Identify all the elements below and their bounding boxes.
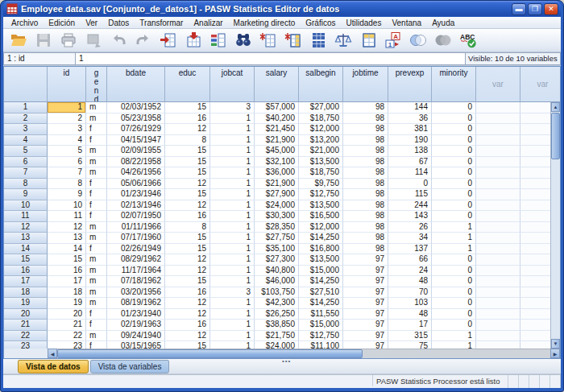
data-cell[interactable]: 07/17/1960 [107, 233, 165, 244]
data-cell[interactable]: 0 [432, 287, 476, 299]
data-cell[interactable]: m [86, 102, 107, 113]
data-cell[interactable]: 14 [48, 244, 86, 255]
row-header[interactable]: 21 [4, 320, 48, 331]
data-cell[interactable]: $21,000 [299, 146, 343, 157]
data-cell[interactable]: 16 [48, 266, 86, 277]
data-cell[interactable]: 15 [165, 341, 210, 349]
data-cell[interactable]: $40,200 [255, 113, 299, 125]
column-header-minority[interactable]: minority [432, 67, 476, 102]
row-header[interactable]: 1 [4, 102, 48, 113]
row-header[interactable]: 6 [4, 157, 48, 168]
data-cell[interactable]: 1 [210, 146, 255, 157]
menu-item-ventana[interactable]: Ventana [387, 18, 426, 28]
data-cell[interactable]: 1 [210, 200, 255, 212]
data-cell[interactable]: m [86, 254, 107, 266]
data-cell[interactable]: $57,000 [255, 102, 299, 113]
redo-button[interactable] [132, 30, 154, 51]
data-cell[interactable]: $18,750 [299, 167, 343, 179]
data-cell[interactable]: 97 [343, 320, 388, 331]
vertical-scroll-thumb[interactable] [551, 113, 560, 159]
data-cell[interactable]: f [86, 244, 107, 255]
column-header-salbegin[interactable]: salbegin [299, 67, 343, 102]
data-cell[interactable]: 97 [343, 276, 388, 287]
data-cell[interactable]: f [86, 211, 107, 222]
data-cell[interactable]: 26 [388, 222, 432, 233]
row-header[interactable]: 23 [4, 341, 48, 349]
data-cell[interactable]: $14,250 [299, 298, 343, 309]
data-cell[interactable]: 36 [388, 113, 432, 125]
data-cell[interactable]: 0 [432, 266, 476, 277]
empty-cell[interactable] [476, 200, 520, 212]
data-cell[interactable]: 1 [432, 331, 476, 342]
row-header[interactable]: 16 [4, 266, 48, 277]
data-cell[interactable]: 15 [165, 102, 210, 113]
empty-cell[interactable] [476, 135, 520, 146]
data-cell[interactable]: $15,000 [299, 320, 343, 331]
data-cell[interactable]: 03/15/1965 [107, 341, 165, 349]
data-cell[interactable]: $28,350 [255, 222, 299, 233]
row-header[interactable]: 7 [4, 167, 48, 179]
data-cell[interactable]: 7 [48, 167, 86, 179]
data-cell[interactable]: 07/26/1929 [107, 124, 165, 135]
data-cell[interactable]: 0 [432, 276, 476, 287]
data-cell[interactable]: f [86, 189, 107, 200]
data-cell[interactable]: 1 [210, 320, 255, 331]
data-cell[interactable]: 1 [210, 254, 255, 266]
data-cell[interactable]: 0 [432, 179, 476, 190]
column-header-jobtime[interactable]: jobtime [343, 67, 388, 102]
data-cell[interactable]: 15 [165, 244, 210, 255]
data-cell[interactable]: m [86, 233, 107, 244]
data-cell[interactable]: $18,750 [299, 113, 343, 125]
scroll-down-icon[interactable]: ▼ [551, 339, 560, 349]
data-cell[interactable]: 02/07/1950 [107, 211, 165, 222]
data-cell[interactable]: $11,100 [299, 341, 343, 349]
menu-item-analizar[interactable]: Analizar [189, 18, 227, 28]
empty-cell[interactable] [476, 266, 520, 277]
data-cell[interactable]: 97 [343, 309, 388, 320]
data-cell[interactable]: 1 [210, 157, 255, 168]
data-cell[interactable]: 2 [48, 113, 86, 125]
data-cell[interactable]: 138 [388, 146, 432, 157]
data-cell[interactable]: 02/09/1955 [107, 146, 165, 157]
data-cell[interactable]: 0 [432, 167, 476, 179]
data-cell[interactable]: m [86, 287, 107, 299]
recall-dialogs-button[interactable] [82, 30, 104, 51]
data-cell[interactable]: 98 [343, 102, 388, 113]
data-cell[interactable]: 11 [48, 211, 86, 222]
maximize-button[interactable]: ❐ [528, 3, 542, 15]
data-cell[interactable]: 12 [165, 266, 210, 277]
data-cell[interactable]: 12 [165, 179, 210, 190]
data-cell[interactable]: 04/26/1956 [107, 167, 165, 179]
data-cell[interactable]: 1 [210, 135, 255, 146]
menu-item-transformar[interactable]: Transformar [135, 18, 188, 28]
corner-header-cell[interactable] [4, 67, 48, 102]
data-cell[interactable]: 3 [210, 102, 255, 113]
select-cases-button[interactable] [357, 30, 379, 51]
data-cell[interactable]: 315 [388, 331, 432, 342]
data-cell[interactable]: $13,500 [299, 200, 343, 212]
data-cell[interactable]: 97 [343, 331, 388, 342]
data-cell[interactable]: 19 [48, 298, 86, 309]
undo-button[interactable] [107, 30, 129, 51]
print-button[interactable] [57, 30, 79, 51]
data-cell[interactable]: $35,100 [255, 244, 299, 255]
data-cell[interactable]: 15 [48, 254, 86, 266]
data-cell[interactable]: 114 [388, 167, 432, 179]
data-cell[interactable]: 97 [343, 287, 388, 299]
data-cell[interactable]: 97 [343, 254, 388, 266]
show-all-variables-button[interactable] [432, 30, 454, 51]
data-cell[interactable]: $36,000 [255, 167, 299, 179]
data-cell[interactable]: 17 [48, 276, 86, 287]
data-cell[interactable]: 1 [432, 233, 476, 244]
row-header[interactable]: 10 [4, 200, 48, 212]
data-cell[interactable]: 98 [343, 222, 388, 233]
close-button[interactable]: ✕ [544, 3, 558, 15]
empty-cell[interactable] [476, 331, 520, 342]
data-cell[interactable]: $12,000 [299, 124, 343, 135]
column-header-var-2[interactable]: var [520, 67, 561, 102]
row-header[interactable]: 12 [4, 222, 48, 233]
data-cell[interactable]: 66 [388, 254, 432, 266]
data-cell[interactable]: $45,000 [255, 146, 299, 157]
data-cell[interactable]: 15 [165, 157, 210, 168]
data-cell[interactable]: 12 [165, 298, 210, 309]
